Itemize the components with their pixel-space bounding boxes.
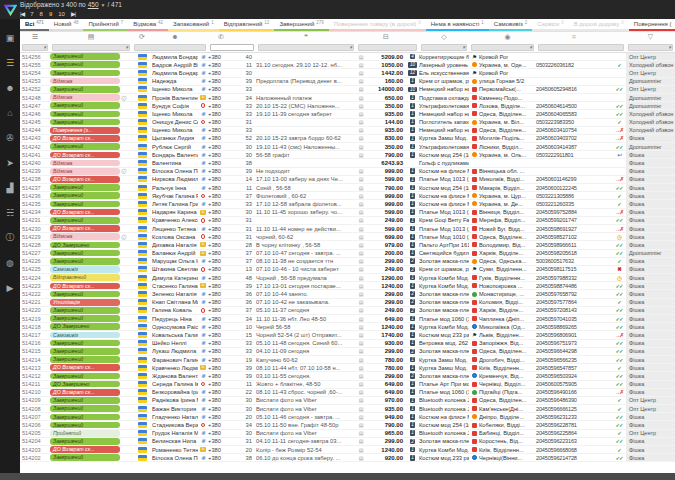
invoice-icon[interactable]: ▤: [356, 396, 366, 404]
phone-number[interactable]: +380: [208, 315, 234, 323]
invoice-icon[interactable]: ▤: [356, 233, 366, 241]
filter-customer[interactable]: [134, 44, 206, 51]
tracking-number[interactable]: 20450598117515: [536, 265, 612, 273]
tab-В дорозі додому[interactable]: В дорозі додому0: [569, 19, 629, 31]
tracking-number[interactable]: 20450597577864: [536, 298, 612, 306]
tracking-number[interactable]: 20450596666125: [536, 405, 612, 413]
tracking-number[interactable]: 20450597208143: [536, 306, 612, 314]
filter-comment[interactable]: ▾: [258, 44, 354, 51]
product-column-icon[interactable]: ◇: [419, 32, 469, 42]
filter-total[interactable]: [358, 44, 417, 51]
tracking-number[interactable]: 20450605294816: [536, 85, 612, 93]
tracking-number[interactable]: 20450598691927: [536, 225, 612, 233]
phone-number[interactable]: +380: [208, 118, 234, 126]
page-button-7[interactable]: 7: [30, 10, 33, 18]
phone-number[interactable]: +380: [208, 356, 234, 364]
phone-number[interactable]: +380: [208, 167, 234, 175]
sidebar-item-marketing[interactable]: ➤: [0, 150, 20, 175]
sidebar-item-settings[interactable]: ☵: [0, 200, 20, 225]
sidebar-item-products[interactable]: ✇: [0, 125, 20, 150]
tracking-number[interactable]: 20450596806901: [536, 331, 612, 339]
tracking-number[interactable]: 20450597041035: [536, 315, 612, 323]
phone-number[interactable]: +380: [208, 110, 234, 118]
tab-Всі[interactable]: Всі471: [20, 19, 49, 31]
tracking-number[interactable]: 20450596490166: [536, 388, 612, 396]
invoice-icon[interactable]: ▤: [356, 151, 366, 159]
invoice-icon[interactable]: ▤: [356, 388, 366, 396]
filter-product[interactable]: ▾: [421, 44, 467, 51]
phone-number[interactable]: +380: [208, 151, 234, 159]
invoice-icon[interactable]: ▤: [356, 85, 366, 93]
invoice-icon[interactable]: ▤: [356, 134, 366, 142]
phone-number[interactable]: +380: [208, 274, 234, 282]
table-row[interactable]: 514241 ДО Возврат ск... ⓘ Бондарь Валент…: [20, 151, 675, 159]
invoice-icon[interactable]: ▤: [356, 290, 366, 298]
phone-number[interactable]: +380: [208, 241, 234, 249]
phone-number[interactable]: +380: [208, 364, 234, 372]
tracking-number[interactable]: 20450603414387: [536, 143, 612, 151]
source-column-icon[interactable]: ⟳: [132, 32, 152, 42]
phone-number[interactable]: +380: [208, 69, 234, 77]
invoice-icon[interactable]: ▤: [356, 421, 366, 429]
tab-Завершений[interactable]: Завершений279: [274, 19, 328, 31]
phone-number[interactable]: +380: [208, 290, 234, 298]
tracking-number[interactable]: 0503221260335: [536, 200, 612, 208]
display-range[interactable]: Відображено з 400 по 450 ▼ / 471: [20, 1, 122, 9]
invoice-icon[interactable]: ▤: [356, 282, 366, 290]
invoice-icon[interactable]: ▤: [356, 249, 366, 257]
app-logo[interactable]: [0, 0, 20, 19]
tracking-number[interactable]: 20450598966611: [536, 241, 612, 249]
sidebar-item-dashboard[interactable]: ▣: [0, 25, 20, 50]
invoice-icon[interactable]: ▤: [356, 323, 366, 331]
invoice-icon[interactable]: ▤: [356, 175, 366, 183]
tracking-number[interactable]: 20450599752884: [536, 208, 612, 216]
table-row[interactable]: 514255 Завершений ⓘ Бадров Андрій Вікт..…: [20, 61, 675, 69]
display-range-value[interactable]: 450: [88, 1, 99, 9]
phone-number[interactable]: +380: [208, 126, 234, 134]
invoice-icon[interactable]: ▤: [356, 143, 366, 151]
invoice-icon[interactable]: ▤: [356, 94, 366, 102]
phone-number[interactable]: +380: [208, 134, 234, 142]
invoice-icon[interactable]: ▤: [356, 331, 366, 339]
invoice-icon[interactable]: ▤: [356, 225, 366, 233]
filter-status[interactable]: ▾: [52, 44, 130, 51]
phone-number[interactable]: +380: [208, 331, 234, 339]
phone-number[interactable]: +380: [208, 437, 234, 445]
invoice-icon[interactable]: ▤: [356, 274, 366, 282]
tracking-number[interactable]: 20450596228781: [536, 421, 612, 429]
invoice-icon[interactable]: ▤: [356, 298, 366, 306]
tab-Повернення товару (в дорозі)[interactable]: Повернення товару (в дорозі)0: [329, 19, 426, 31]
filter-city[interactable]: ▾: [471, 44, 534, 51]
tracking-number[interactable]: 5003600517632: [536, 257, 612, 265]
invoice-icon[interactable]: ▤: [356, 69, 366, 77]
tracking-number[interactable]: 20450604065583: [536, 110, 612, 118]
phone-number[interactable]: +380: [208, 175, 234, 183]
invoice-icon[interactable]: ▤: [356, 53, 366, 61]
tracking-number[interactable]: 20450603410754: [536, 126, 612, 134]
invoice-icon[interactable]: ▤: [356, 356, 366, 364]
tracking-number[interactable]: 20450599201747: [536, 216, 612, 224]
invoice-icon[interactable]: ▤: [356, 77, 366, 85]
invoice-icon[interactable]: ▤: [356, 192, 366, 200]
phone-number[interactable]: +380: [208, 454, 234, 462]
phone-number[interactable]: +380: [208, 184, 234, 192]
invoice-icon[interactable]: ▤: [356, 347, 366, 355]
tracking-number[interactable]: 20450596225864: [536, 429, 612, 437]
phone-number[interactable]: +380: [208, 216, 234, 224]
status-column-icon[interactable]: ▤: [50, 32, 132, 42]
tracking-number[interactable]: 0503221305886: [536, 192, 612, 200]
invoice-icon[interactable]: ▤: [356, 208, 366, 216]
tracking-number[interactable]: 20450598869265: [536, 323, 612, 331]
phone-number[interactable]: +380: [208, 257, 234, 265]
city-column-icon[interactable]: ◉: [479, 32, 536, 42]
phone-number[interactable]: +380: [208, 233, 234, 241]
tracking-number[interactable]: 20450596223163: [536, 437, 612, 445]
tracking-number[interactable]: 20450597658792: [536, 290, 612, 298]
filter-tracking[interactable]: [538, 44, 624, 51]
invoice-icon[interactable]: ▤: [356, 429, 366, 437]
phone-number[interactable]: +380: [208, 323, 234, 331]
tracking-number[interactable]: 20450596644298: [536, 347, 612, 355]
id-column-icon[interactable]: ☰: [20, 32, 50, 42]
invoice-icon[interactable]: ▤: [356, 265, 366, 273]
tracking-number[interactable]: 20450600122245: [536, 184, 612, 192]
